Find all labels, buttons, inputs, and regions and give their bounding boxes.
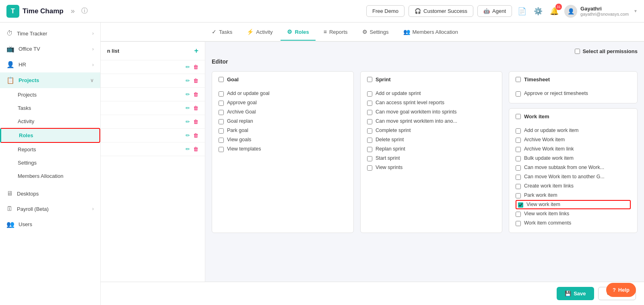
archive-goal-checkbox[interactable] xyxy=(219,110,224,115)
table-row[interactable]: ✏ 🗑 xyxy=(101,88,205,101)
delete-icon[interactable]: 🗑 xyxy=(193,91,198,97)
sidebar-sub-label-roles: Roles xyxy=(19,132,33,138)
table-row[interactable]: ✏ 🗑 xyxy=(101,74,205,88)
role-actions: ✏ 🗑 xyxy=(186,64,198,70)
timesheet-section-checkbox[interactable] xyxy=(516,77,521,82)
sidebar-sub-item-roles[interactable]: Roles xyxy=(0,128,100,143)
chevron-right-icon-2: › xyxy=(92,46,94,52)
save-button[interactable]: 💾 Save xyxy=(557,287,594,300)
sidebar-sub-item-tasks[interactable]: Tasks xyxy=(0,101,100,115)
free-demo-button[interactable]: Free Demo xyxy=(366,5,405,17)
sidebar-sub-item-settings[interactable]: Settings xyxy=(0,156,100,169)
work-item-comments-checkbox[interactable] xyxy=(516,221,521,226)
agent-button[interactable]: 🤖 Agent xyxy=(477,5,512,17)
view-goals-checkbox[interactable] xyxy=(219,138,224,143)
customer-success-button[interactable]: 🎧 Customer Success xyxy=(409,5,473,17)
sprint-section-checkbox[interactable] xyxy=(367,77,372,82)
create-work-item-links-checkbox[interactable] xyxy=(516,184,521,189)
edit-icon[interactable]: ✏ xyxy=(186,78,190,84)
delete-icon[interactable]: 🗑 xyxy=(193,132,198,138)
delete-icon[interactable]: 🗑 xyxy=(193,105,198,111)
delete-icon[interactable]: 🗑 xyxy=(193,119,198,125)
replan-sprint-checkbox[interactable] xyxy=(367,147,372,152)
table-row[interactable]: ✏ 🗑 xyxy=(101,129,205,142)
delete-icon[interactable]: 🗑 xyxy=(193,64,198,70)
expand-icon[interactable]: » xyxy=(71,7,75,15)
sidebar-item-users[interactable]: 👥 Users xyxy=(0,216,100,232)
sidebar-sub-item-members-allocation[interactable]: Members Allocation xyxy=(0,169,100,183)
edit-icon[interactable]: ✏ xyxy=(186,105,190,111)
tab-settings-label: Settings xyxy=(370,29,389,35)
sidebar-item-payroll[interactable]: 🗓 Payroll (Beta) › xyxy=(0,201,100,216)
sidebar-item-desktops[interactable]: 🖥 Desktops xyxy=(0,186,100,201)
tab-reports-label: Reports xyxy=(329,29,348,35)
document-icon-button[interactable]: 📄 xyxy=(516,5,528,17)
goal-section-checkbox[interactable] xyxy=(219,77,224,82)
archive-work-item-checkbox[interactable] xyxy=(516,138,521,143)
approve-goal-checkbox[interactable] xyxy=(219,101,224,106)
user-profile[interactable]: 👤 Gayathri gayathri@snovasys.com ▼ xyxy=(564,5,638,18)
sidebar-sub-item-projects[interactable]: Projects xyxy=(0,88,100,101)
edit-icon[interactable]: ✏ xyxy=(186,64,190,70)
move-goal-workitem-checkbox[interactable] xyxy=(367,110,372,115)
sidebar-item-hr[interactable]: 👤 HR › xyxy=(0,57,100,72)
tab-roles[interactable]: ⚙ Roles xyxy=(281,24,315,41)
tab-roles-label: Roles xyxy=(295,29,309,35)
view-templates-checkbox[interactable] xyxy=(219,147,224,152)
edit-icon[interactable]: ✏ xyxy=(186,119,190,125)
add-update-work-item-checkbox[interactable] xyxy=(516,128,521,134)
move-subtask-checkbox[interactable] xyxy=(516,165,521,171)
settings-icon-button[interactable]: ⚙️ xyxy=(532,5,544,17)
park-work-item-checkbox[interactable] xyxy=(516,193,521,198)
select-all-checkbox[interactable] xyxy=(575,49,580,54)
info-icon[interactable]: ⓘ xyxy=(81,7,88,15)
add-update-goal-checkbox[interactable] xyxy=(219,91,224,97)
table-row[interactable]: ✏ 🗑 xyxy=(101,60,205,74)
sidebar-sub-label-tasks: Tasks xyxy=(18,105,31,111)
sidebar-item-time-tracker[interactable]: ⏱ Time Tracker › xyxy=(0,26,100,41)
tab-settings[interactable]: ⚙ Settings xyxy=(356,24,395,41)
perm-item-view-goals: View goals xyxy=(219,135,347,144)
sidebar-item-office-tv[interactable]: 📺 Office TV › xyxy=(0,41,100,57)
complete-sprint-checkbox[interactable] xyxy=(367,128,372,134)
notification-button[interactable]: 🔔 31 xyxy=(548,5,560,17)
sidebar-sub-item-reports[interactable]: Reports xyxy=(0,143,100,156)
projects-icon: 📋 xyxy=(6,76,14,84)
tab-activity[interactable]: ⚡ Activity xyxy=(240,24,279,41)
add-role-button[interactable]: + xyxy=(194,47,198,55)
help-button[interactable]: ? Help xyxy=(606,283,636,297)
delete-sprint-checkbox[interactable] xyxy=(367,138,372,143)
start-sprint-checkbox[interactable] xyxy=(367,156,372,161)
tab-reports[interactable]: ≡ Reports xyxy=(317,24,354,41)
move-work-item-goal-checkbox[interactable] xyxy=(516,175,521,180)
work-item-permission-card: Work item Add or update work item Archiv… xyxy=(509,108,638,233)
move-sprint-workitem-checkbox[interactable] xyxy=(367,119,372,124)
access-sprint-reports-checkbox[interactable] xyxy=(367,101,372,106)
edit-icon[interactable]: ✏ xyxy=(186,146,190,152)
view-sprints-checkbox[interactable] xyxy=(367,165,372,171)
approve-timesheets-checkbox[interactable] xyxy=(516,91,521,97)
add-update-sprint-checkbox[interactable] xyxy=(367,91,372,97)
table-row[interactable]: ✏ 🗑 xyxy=(101,101,205,115)
sidebar-sub-item-activity[interactable]: Activity xyxy=(0,115,100,128)
edit-icon[interactable]: ✏ xyxy=(186,91,190,97)
perm-item-add-update-goal: Add or update goal xyxy=(219,89,347,98)
table-row[interactable]: ✏ 🗑 xyxy=(101,115,205,129)
goal-replan-checkbox[interactable] xyxy=(219,119,224,124)
work-item-section-checkbox[interactable] xyxy=(516,114,521,119)
view-work-item-links-checkbox[interactable] xyxy=(516,212,521,217)
archive-work-item-link-checkbox[interactable] xyxy=(516,147,521,152)
tab-members-allocation[interactable]: 👥 Members Allocation xyxy=(397,24,464,41)
delete-icon[interactable]: 🗑 xyxy=(193,146,198,152)
park-goal-checkbox[interactable] xyxy=(219,128,224,134)
sidebar-item-projects[interactable]: 📋 Projects ∨ xyxy=(0,72,100,88)
edit-icon[interactable]: ✏ xyxy=(186,132,190,138)
table-row[interactable]: ✏ 🗑 xyxy=(101,142,205,156)
user-name: Gayathri xyxy=(580,6,629,12)
view-work-item-checkbox[interactable] xyxy=(518,202,523,208)
tab-tasks[interactable]: ✓ Tasks xyxy=(205,24,239,41)
perm-item-add-update-sprint: Add or update sprint xyxy=(367,89,495,98)
bulk-update-work-item-checkbox[interactable] xyxy=(516,156,521,161)
delete-icon[interactable]: 🗑 xyxy=(193,78,198,84)
sidebar-sub-label-projects: Projects xyxy=(18,92,37,98)
